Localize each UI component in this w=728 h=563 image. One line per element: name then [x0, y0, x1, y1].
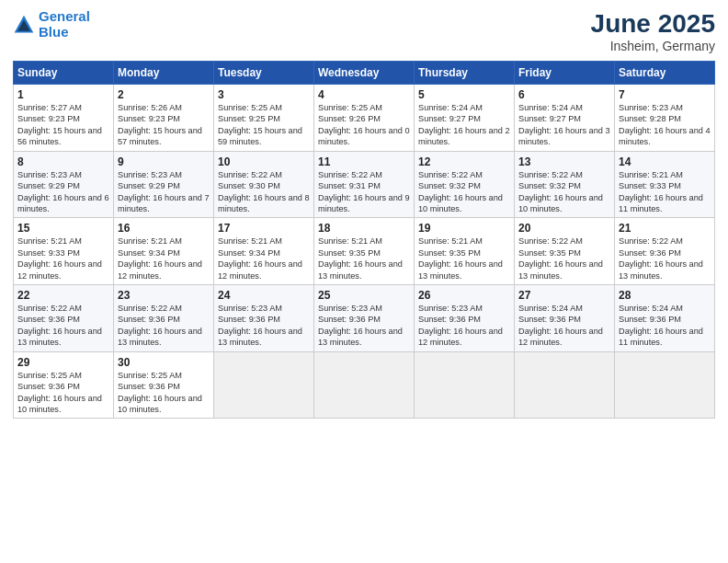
day-number: 17: [218, 222, 310, 235]
logo-line1: General: [39, 8, 90, 24]
day-info: Sunrise: 5:21 AMSunset: 9:35 PMDaylight:…: [418, 236, 510, 282]
weekday-header-friday: Friday: [515, 62, 615, 85]
day-number: 26: [418, 289, 510, 302]
day-number: 1: [17, 88, 109, 101]
day-number: 22: [17, 289, 109, 302]
day-info: Sunrise: 5:23 AMSunset: 9:36 PMDaylight:…: [218, 303, 310, 349]
day-cell: 25Sunrise: 5:23 AMSunset: 9:36 PMDayligh…: [314, 285, 415, 352]
day-number: 9: [118, 155, 210, 168]
day-cell: [214, 351, 314, 419]
day-cell: 8Sunrise: 5:23 AMSunset: 9:29 PMDaylight…: [14, 151, 114, 218]
day-cell: 6Sunrise: 5:24 AMSunset: 9:27 PMDaylight…: [515, 85, 615, 152]
day-number: 14: [619, 155, 711, 168]
day-info: Sunrise: 5:22 AMSunset: 9:36 PMDaylight:…: [17, 303, 109, 349]
day-info: Sunrise: 5:23 AMSunset: 9:36 PMDaylight:…: [418, 303, 510, 349]
day-cell: 21Sunrise: 5:22 AMSunset: 9:36 PMDayligh…: [615, 218, 715, 285]
day-number: 19: [418, 222, 510, 235]
month-year: June 2025: [591, 9, 715, 39]
day-cell: 11Sunrise: 5:22 AMSunset: 9:31 PMDayligh…: [314, 151, 415, 218]
day-cell: 12Sunrise: 5:22 AMSunset: 9:32 PMDayligh…: [415, 151, 515, 218]
day-number: 16: [118, 222, 210, 235]
day-number: 7: [619, 88, 711, 101]
day-info: Sunrise: 5:24 AMSunset: 9:27 PMDaylight:…: [418, 102, 510, 148]
day-number: 3: [218, 88, 310, 101]
header: General Blue June 2025 Insheim, Germany: [13, 9, 715, 53]
day-cell: 7Sunrise: 5:23 AMSunset: 9:28 PMDaylight…: [615, 85, 715, 152]
day-info: Sunrise: 5:24 AMSunset: 9:27 PMDaylight:…: [518, 102, 610, 148]
day-info: Sunrise: 5:22 AMSunset: 9:32 PMDaylight:…: [418, 169, 510, 215]
week-row-3: 15Sunrise: 5:21 AMSunset: 9:33 PMDayligh…: [14, 218, 715, 285]
day-number: 30: [118, 356, 210, 369]
day-number: 15: [17, 222, 109, 235]
day-info: Sunrise: 5:25 AMSunset: 9:36 PMDaylight:…: [17, 370, 109, 416]
day-number: 5: [418, 88, 510, 101]
day-info: Sunrise: 5:25 AMSunset: 9:25 PMDaylight:…: [218, 102, 310, 148]
day-cell: 29Sunrise: 5:25 AMSunset: 9:36 PMDayligh…: [14, 351, 114, 419]
day-info: Sunrise: 5:22 AMSunset: 9:30 PMDaylight:…: [218, 169, 310, 215]
week-row-5: 29Sunrise: 5:25 AMSunset: 9:36 PMDayligh…: [14, 351, 715, 419]
day-cell: 24Sunrise: 5:23 AMSunset: 9:36 PMDayligh…: [214, 285, 314, 352]
day-number: 20: [518, 222, 610, 235]
day-cell: [415, 351, 515, 419]
day-cell: [615, 351, 715, 419]
day-cell: 22Sunrise: 5:22 AMSunset: 9:36 PMDayligh…: [14, 285, 114, 352]
day-info: Sunrise: 5:22 AMSunset: 9:31 PMDaylight:…: [318, 169, 410, 215]
day-info: Sunrise: 5:26 AMSunset: 9:23 PMDaylight:…: [118, 102, 210, 148]
day-cell: 27Sunrise: 5:24 AMSunset: 9:36 PMDayligh…: [515, 285, 615, 352]
logo: General Blue: [13, 9, 90, 40]
day-number: 11: [318, 155, 410, 168]
title-block: June 2025 Insheim, Germany: [591, 9, 715, 53]
weekday-header-monday: Monday: [114, 62, 214, 85]
day-info: Sunrise: 5:23 AMSunset: 9:29 PMDaylight:…: [17, 169, 109, 215]
day-number: 13: [518, 155, 610, 168]
day-cell: 15Sunrise: 5:21 AMSunset: 9:33 PMDayligh…: [14, 218, 114, 285]
weekday-header-tuesday: Tuesday: [214, 62, 314, 85]
day-number: 29: [17, 356, 109, 369]
day-number: 25: [318, 289, 410, 302]
location: Insheim, Germany: [591, 39, 715, 53]
day-info: Sunrise: 5:22 AMSunset: 9:36 PMDaylight:…: [619, 236, 711, 282]
day-info: Sunrise: 5:21 AMSunset: 9:34 PMDaylight:…: [118, 236, 210, 282]
weekday-header-saturday: Saturday: [615, 62, 715, 85]
day-number: 21: [619, 222, 711, 235]
day-cell: 23Sunrise: 5:22 AMSunset: 9:36 PMDayligh…: [114, 285, 214, 352]
day-info: Sunrise: 5:23 AMSunset: 9:28 PMDaylight:…: [619, 102, 711, 148]
week-row-4: 22Sunrise: 5:22 AMSunset: 9:36 PMDayligh…: [14, 285, 715, 352]
weekday-header-sunday: Sunday: [14, 62, 114, 85]
day-cell: 10Sunrise: 5:22 AMSunset: 9:30 PMDayligh…: [214, 151, 314, 218]
day-info: Sunrise: 5:25 AMSunset: 9:36 PMDaylight:…: [118, 370, 210, 416]
day-info: Sunrise: 5:21 AMSunset: 9:33 PMDaylight:…: [619, 169, 711, 215]
day-number: 28: [619, 289, 711, 302]
day-info: Sunrise: 5:22 AMSunset: 9:32 PMDaylight:…: [518, 169, 610, 215]
day-cell: 28Sunrise: 5:24 AMSunset: 9:36 PMDayligh…: [615, 285, 715, 352]
calendar: SundayMondayTuesdayWednesdayThursdayFrid…: [13, 61, 715, 419]
day-cell: 14Sunrise: 5:21 AMSunset: 9:33 PMDayligh…: [615, 151, 715, 218]
day-info: Sunrise: 5:22 AMSunset: 9:35 PMDaylight:…: [518, 236, 610, 282]
day-number: 2: [118, 88, 210, 101]
logo-icon: [13, 14, 35, 36]
day-cell: 19Sunrise: 5:21 AMSunset: 9:35 PMDayligh…: [415, 218, 515, 285]
day-number: 18: [318, 222, 410, 235]
day-info: Sunrise: 5:24 AMSunset: 9:36 PMDaylight:…: [518, 303, 610, 349]
day-cell: 2Sunrise: 5:26 AMSunset: 9:23 PMDaylight…: [114, 85, 214, 152]
weekday-header-thursday: Thursday: [415, 62, 515, 85]
day-cell: 3Sunrise: 5:25 AMSunset: 9:25 PMDaylight…: [214, 85, 314, 152]
day-number: 6: [518, 88, 610, 101]
day-cell: 30Sunrise: 5:25 AMSunset: 9:36 PMDayligh…: [114, 351, 214, 419]
day-cell: [314, 351, 415, 419]
day-info: Sunrise: 5:21 AMSunset: 9:35 PMDaylight:…: [318, 236, 410, 282]
day-info: Sunrise: 5:25 AMSunset: 9:26 PMDaylight:…: [318, 102, 410, 148]
weekday-header-wednesday: Wednesday: [314, 62, 415, 85]
day-cell: 20Sunrise: 5:22 AMSunset: 9:35 PMDayligh…: [515, 218, 615, 285]
day-cell: 9Sunrise: 5:23 AMSunset: 9:29 PMDaylight…: [114, 151, 214, 218]
day-info: Sunrise: 5:23 AMSunset: 9:29 PMDaylight:…: [118, 169, 210, 215]
week-row-1: 1Sunrise: 5:27 AMSunset: 9:23 PMDaylight…: [14, 85, 715, 152]
day-info: Sunrise: 5:27 AMSunset: 9:23 PMDaylight:…: [17, 102, 109, 148]
day-number: 10: [218, 155, 310, 168]
day-number: 24: [218, 289, 310, 302]
day-number: 4: [318, 88, 410, 101]
day-cell: 5Sunrise: 5:24 AMSunset: 9:27 PMDaylight…: [415, 85, 515, 152]
week-row-2: 8Sunrise: 5:23 AMSunset: 9:29 PMDaylight…: [14, 151, 715, 218]
logo-text: General Blue: [39, 9, 90, 40]
day-cell: 4Sunrise: 5:25 AMSunset: 9:26 PMDaylight…: [314, 85, 415, 152]
